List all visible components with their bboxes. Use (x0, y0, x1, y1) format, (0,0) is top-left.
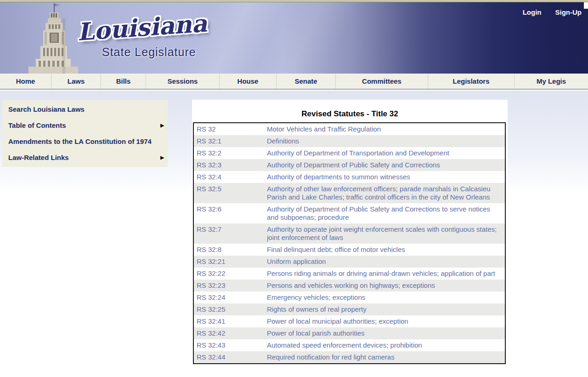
statute-number-cell: RS 32:25 (193, 303, 264, 315)
statute-number-link[interactable]: RS 32:22 (197, 269, 226, 277)
statute-number-link[interactable]: RS 32:24 (197, 293, 226, 301)
signup-link[interactable]: Sign-Up (555, 8, 582, 16)
statute-row: RS 32:7Authority to operate joint weight… (193, 223, 505, 244)
statute-number-link[interactable]: RS 32:44 (197, 353, 226, 361)
statute-number-link[interactable]: RS 32:43 (197, 341, 226, 349)
nav-item-senate[interactable]: Senate (277, 74, 336, 89)
statute-description-link[interactable]: Authority to operate joint weight enforc… (267, 225, 497, 241)
statute-number-link[interactable]: RS 32:7 (197, 225, 221, 233)
sidebar-item-label: Law-Related Links (8, 154, 69, 161)
statute-description-link[interactable]: Authority of Department of Transportatio… (267, 149, 449, 157)
statute-description-link[interactable]: Authority of Department of Public Safety… (267, 205, 490, 221)
content-panel: Revised Statutes - Title 32 RS 32Motor V… (192, 100, 508, 377)
statute-number-link[interactable]: RS 32:4 (197, 173, 221, 181)
sidebar-item-table-of-contents[interactable]: Table of Contents▶ (2, 117, 168, 133)
statute-number-link[interactable]: RS 32:21 (197, 257, 226, 265)
statute-number-link[interactable]: RS 32:3 (197, 161, 221, 169)
nav-item-laws[interactable]: Laws (51, 74, 101, 89)
statute-description-link[interactable]: Final delinquent debt; office of motor v… (267, 246, 405, 253)
statute-description-cell: Authority of other law enforcement offic… (264, 183, 505, 203)
capitol-building-image (23, 2, 83, 74)
sidebar-item-label: Search Louisiana Laws (8, 105, 85, 113)
statute-table-body: RS 32Motor Vehicles and Traffic Regulati… (193, 123, 505, 364)
statute-number-link[interactable]: RS 32 (197, 125, 216, 133)
statute-number-link[interactable]: RS 32:1 (197, 137, 221, 145)
sidebar-item-law-related-links[interactable]: Law-Related Links▶ (2, 149, 168, 166)
sidebar-item-search-louisiana-laws[interactable]: Search Louisiana Laws (2, 101, 168, 117)
site-logo-subtitle: State Legislature (102, 46, 197, 59)
statute-row: RS 32Motor Vehicles and Traffic Regulati… (193, 123, 505, 135)
statute-number-link[interactable]: RS 32:5 (197, 185, 221, 193)
statute-description-link[interactable]: Persons and vehicles working on highways… (267, 281, 435, 289)
statute-number-cell: RS 32:2 (193, 147, 264, 159)
statute-description-cell: Authority of Department of Transportatio… (264, 147, 505, 159)
nav-item-sessions[interactable]: Sessions (146, 74, 220, 89)
statute-number-link[interactable]: RS 32:8 (197, 246, 221, 253)
statute-description-link[interactable]: Power of local municipal authorities; ex… (267, 317, 408, 325)
login-link[interactable]: Login (523, 8, 542, 16)
statute-description-link[interactable]: Authority of other law enforcement offic… (267, 185, 491, 201)
statute-description-cell: Power of local parish authorities (264, 327, 505, 339)
statute-description-cell: Authority of Department of Public Safety… (264, 203, 505, 223)
statute-number-link[interactable]: RS 32:42 (197, 329, 226, 337)
statute-description-link[interactable]: Authority of departments to summon witne… (267, 173, 410, 181)
statute-number-cell: RS 32:42 (193, 327, 264, 339)
statute-number-link[interactable]: RS 32:23 (197, 281, 226, 289)
sidebar-item-amendments-to-the-la-constitution-of-1974[interactable]: Amendments to the LA Constitution of 197… (2, 133, 168, 149)
statute-row: RS 32:23Persons and vehicles working on … (193, 280, 505, 291)
statute-number-cell: RS 32:43 (193, 339, 264, 351)
statute-description-cell: Rights of owners of real property (264, 303, 505, 315)
statute-row: RS 32:4Authority of departments to summo… (193, 171, 505, 183)
statute-row: RS 32:3Authority of Department of Public… (193, 159, 505, 171)
nav-item-legislators[interactable]: Legislators (428, 74, 514, 89)
statute-description-cell: Uniform application (264, 256, 505, 268)
submenu-arrow-icon: ▶ (160, 123, 164, 128)
statute-number-cell: RS 32:6 (193, 203, 264, 223)
auth-links: Login Sign-Up (523, 8, 582, 16)
statute-row: RS 32:24Emergency vehicles; exceptions (193, 291, 505, 303)
nav-item-house[interactable]: House (220, 74, 277, 89)
statute-number-cell: RS 32:5 (193, 183, 264, 203)
statute-description-link[interactable]: Motor Vehicles and Traffic Regulation (267, 125, 381, 133)
nav-item-bills[interactable]: Bills (101, 74, 146, 89)
statute-description-link[interactable]: Emergency vehicles; exceptions (267, 293, 365, 301)
statute-description-cell: Emergency vehicles; exceptions (264, 291, 505, 303)
statute-number-cell: RS 32 (193, 123, 264, 135)
statute-row: RS 32:43Automated speed enforcement devi… (193, 339, 505, 351)
statute-description-cell: Automated speed enforcement devices; pro… (264, 339, 505, 351)
statute-description-cell: Final delinquent debt; office of motor v… (264, 244, 505, 256)
statute-number-link[interactable]: RS 32:6 (197, 205, 221, 213)
statute-description-link[interactable]: Automated speed enforcement devices; pro… (267, 341, 422, 349)
site-logo-title: Louisiana (77, 12, 198, 44)
statute-row: RS 32:2Authority of Department of Transp… (193, 147, 505, 159)
statute-row: RS 32:25Rights of owners of real propert… (193, 303, 505, 315)
statute-number-link[interactable]: RS 32:41 (197, 317, 226, 325)
statute-row: RS 32:44Required notification for red li… (193, 351, 505, 364)
nav-item-home[interactable]: Home (0, 74, 51, 89)
statute-number-cell: RS 32:41 (193, 315, 264, 327)
statute-row: RS 32:6Authority of Department of Public… (193, 203, 505, 223)
statute-description-cell: Definitions (264, 135, 505, 147)
statute-row: RS 32:8Final delinquent debt; office of … (193, 244, 505, 256)
statute-table: RS 32Motor Vehicles and Traffic Regulati… (193, 122, 506, 364)
statute-description-link[interactable]: Uniform application (267, 257, 326, 265)
statute-description-link[interactable]: Power of local parish authorities (267, 329, 365, 337)
statute-number-link[interactable]: RS 32:25 (197, 305, 226, 313)
statute-description-link[interactable]: Definitions (267, 137, 299, 145)
statute-description-link[interactable]: Rights of owners of real property (267, 305, 367, 313)
nav-item-my-legis[interactable]: My Legis (514, 74, 588, 89)
nav-bar: HomeLawsBillsSessionsHouseSenateCommitte… (0, 74, 588, 90)
submenu-arrow-icon: ▶ (160, 155, 164, 160)
statute-row: RS 32:41Power of local municipal authori… (193, 315, 505, 327)
nav-item-committees[interactable]: Committees (336, 74, 428, 89)
statute-number-link[interactable]: RS 32:2 (197, 149, 221, 157)
statute-number-cell: RS 32:44 (193, 351, 264, 364)
statute-description-cell: Motor Vehicles and Traffic Regulation (264, 123, 505, 135)
statute-description-link[interactable]: Required notification for red light came… (267, 353, 395, 361)
statute-description-link[interactable]: Persons riding animals or driving animal… (267, 269, 495, 277)
header-corner-notch (584, 2, 588, 9)
statute-description-cell: Authority of departments to summon witne… (264, 171, 505, 183)
statute-description-link[interactable]: Authority of Department of Public Safety… (267, 161, 440, 169)
statute-number-cell: RS 32:22 (193, 268, 264, 280)
statute-number-cell: RS 32:21 (193, 256, 264, 268)
